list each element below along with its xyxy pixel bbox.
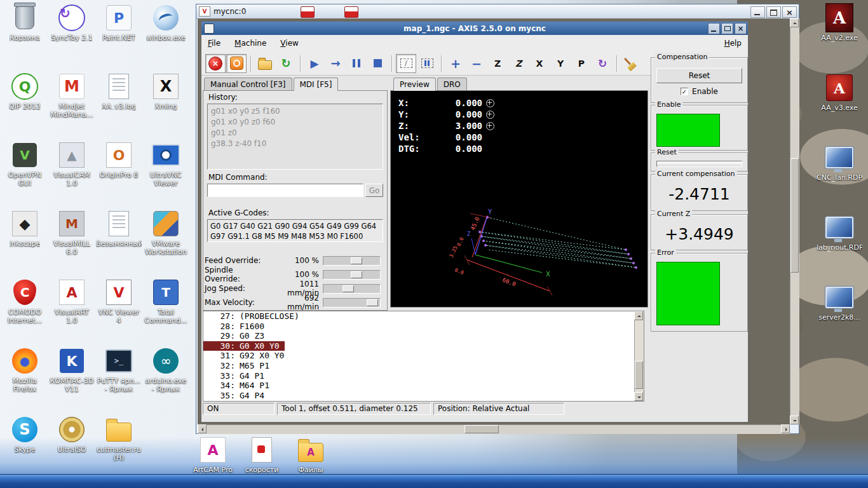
desktop-icon-vmware[interactable]: VMware Workstation [142,208,189,277]
view-side-button[interactable] [529,54,550,73]
scrollbar-thumb[interactable] [635,361,643,389]
desktop-icon-skype[interactable]: Skype [1,414,48,483]
desktop-icon-xming[interactable]: Xming [142,71,189,140]
mdi-command-input[interactable] [207,184,363,197]
zoom-in-button[interactable] [445,54,466,73]
desktop-icon-visualcam[interactable]: VisualCAM 1.0 [48,140,95,208]
gcode-scrollbar[interactable] [634,311,644,401]
compensation-reset-button[interactable]: Reset [656,68,742,83]
menu-file[interactable]: File [208,39,220,48]
gcode-line[interactable]: 29:G0 Z3 [203,331,644,341]
desktop-icon-aa-log[interactable]: AA_v3.log [95,71,142,140]
desktop-icon-totalcmd[interactable]: Total Command... [142,277,189,346]
scrollbar-thumb[interactable] [790,158,799,273]
vnc-titlebar[interactable]: mycnc:0 [196,4,799,19]
mdi-history-list[interactable]: g01 x0 y0 z5 f160 g01 x0 y0 z0 f60 g01 z… [207,104,383,170]
optional-pause-toggle[interactable] [417,54,437,73]
desktop-icon-paintnet[interactable]: Paint.NET [95,3,142,71]
scrollbar-thumb[interactable] [465,425,499,433]
desktop-icon-ultravnc[interactable]: UltraVNC Viewer [142,140,189,208]
desktop-icon-synctoy[interactable]: SyncToy 2.1 [48,3,95,71]
stop-button[interactable] [367,54,388,73]
desktop-icon-visualmill[interactable]: VisualMILL 6.0 [48,208,95,277]
history-item[interactable]: g01 x0 y0 z0 f60 [211,117,379,128]
pause-button[interactable] [346,54,367,73]
toolpath-plot[interactable]: 45.0 60.0 3.25 0.0 0.0 X Y Z [391,91,648,307]
maximize-button[interactable] [721,23,733,34]
history-item[interactable]: g01 x0 y0 z5 f160 [211,106,379,117]
desktop-icon-ultraiso[interactable]: UltraISO [48,414,95,483]
vnc-horizontal-scrollbar[interactable] [198,424,790,434]
desktop-icon-recycle-bin[interactable]: Корзина [1,3,48,71]
vnc-remote-desktop[interactable]: map_1.ngc - AXIS 2.5.0 on mycnc File Mac… [198,18,790,424]
scroll-right-button[interactable] [781,424,790,433]
menu-help[interactable]: Help [724,39,742,48]
desktop-icon-aa-v2[interactable]: AA_v2.exe [816,3,863,72]
desktop-icon-mindjet[interactable]: Mindjet MindMana... [48,71,95,140]
history-item[interactable]: g38.3 z-40 f10 [211,139,379,149]
gcode-line[interactable]: 27:(PROBECLOSE) [203,311,644,322]
axis-titlebar[interactable]: map_1.ngc - AXIS 2.5.0 on mycnc [201,22,748,35]
slider-thumb[interactable] [351,271,362,278]
estop-button[interactable] [205,54,226,73]
desktop-icon-lab-nout-rdp[interactable]: lab_nout.RDP [816,212,863,282]
gcode-line[interactable]: 28:F1600 [203,322,644,332]
view-perspective-button[interactable] [571,54,592,73]
scroll-up-button[interactable] [790,18,799,27]
desktop-icon-visualart[interactable]: VisualART 1.0 [48,277,95,346]
gcode-line[interactable]: 34:M64 P1 [203,381,644,391]
spindle-override-slider[interactable] [323,270,381,280]
desktop-icon-winbox[interactable]: winbox.exe [142,3,189,71]
menu-machine[interactable]: Machine [234,39,266,48]
view-front-button[interactable] [550,54,571,73]
tab-dro[interactable]: DRO [437,78,467,91]
taskbar[interactable] [0,474,868,488]
tab-manual-control[interactable]: Manual Control [F3] [204,78,292,91]
gcode-listing[interactable]: 27:(PROBECLOSE) 28:F1600 29:G0 Z3 30:G0 … [203,311,644,402]
jog-speed-slider[interactable] [323,284,381,294]
desktop-icon-putty[interactable]: PuTTY ярл... - Ярлык [95,346,142,414]
zoom-out-button[interactable] [466,54,487,73]
gcode-line[interactable]: 35:G4 P4 [203,391,644,401]
max-velocity-slider[interactable] [323,298,381,308]
gcode-line-current[interactable]: 30:G0 X0 Y0 [203,341,644,351]
preview-canvas[interactable]: X:0.000 Y:0.000 Z:3.000 Vel:0.000 DTG:0.… [390,90,648,308]
view-top-button[interactable] [487,54,508,73]
desktop-icon-comodo[interactable]: COMODO Internet... [1,277,48,346]
tab-mdi[interactable]: MDI [F5] [294,78,339,91]
clear-plot-button[interactable] [621,54,641,73]
enable-checkbox[interactable] [681,88,688,95]
desktop-icon-cnc-lan-rdp[interactable]: CNC_lan.RDP [816,142,863,212]
scroll-left-button[interactable] [198,424,207,433]
scroll-down-button[interactable] [634,392,643,401]
menu-view[interactable]: View [280,39,298,48]
vnc-toolbar-icon-2[interactable] [344,6,358,18]
desktop-icon-cutmaster[interactable]: cutmaster.ru (H) [95,414,142,483]
desktop-icon-openvpn[interactable]: OpenVPN GUI [1,140,48,208]
desktop-icon-arduino[interactable]: arduino.exe - Ярлык [142,346,189,414]
view-rotated-top-button[interactable] [508,54,529,73]
minimize-button[interactable] [708,23,720,34]
scroll-down-button[interactable] [790,416,799,424]
desktop-icon-kompas[interactable]: КОМПАС-3D V11 [48,346,95,414]
desktop-icon-inkscape[interactable]: Inkscape [1,208,48,277]
desktop-icon-originpro[interactable]: OriginPro 8 [95,140,142,208]
step-button[interactable] [325,54,346,73]
history-item[interactable]: g01 z0 [211,128,379,139]
desktop-icon-vncviewer[interactable]: VNC Viewer 4 [95,277,142,346]
go-button[interactable]: Go [365,184,383,197]
close-button[interactable] [782,6,797,18]
minimize-button[interactable] [750,6,765,18]
open-file-button[interactable] [255,54,275,73]
slider-thumb[interactable] [367,299,378,306]
desktop-icon-untitled[interactable]: Безымянный [95,208,142,277]
vnc-vertical-scrollbar[interactable] [790,18,799,424]
machine-power-button[interactable] [226,54,247,73]
close-button[interactable] [735,23,747,34]
slider-thumb[interactable] [342,285,354,292]
feed-override-slider[interactable] [323,256,381,266]
rotate-view-button[interactable] [592,54,613,73]
run-button[interactable] [304,54,325,73]
desktop-icon-qip[interactable]: QIP 2012 [1,71,48,140]
gcode-line[interactable]: 32:M65 P1 [203,361,644,371]
